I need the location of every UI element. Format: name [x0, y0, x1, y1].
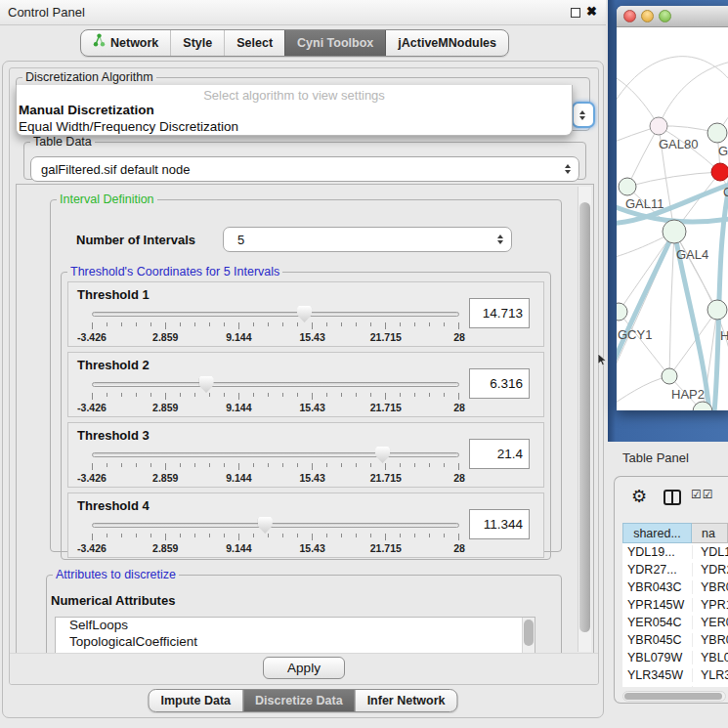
- tab-cyni-toolbox[interactable]: Cyni Toolbox: [284, 30, 385, 56]
- network-desktop: GAL80GACGAL11GAL4GCY1HHAP2: [608, 0, 728, 442]
- column-header-name[interactable]: na: [692, 523, 728, 543]
- numerical-attributes-heading: Numerical Attributes: [51, 593, 175, 608]
- slider-ticks: [92, 393, 459, 401]
- network-node-label: C: [723, 185, 728, 199]
- algorithm-dropdown-popup: Select algorithm to view settings Manual…: [16, 85, 573, 136]
- algorithm-combo[interactable]: [572, 102, 595, 128]
- tab-select-label: Select: [236, 30, 273, 57]
- gear-icon[interactable]: ⚙: [631, 486, 647, 507]
- table-row[interactable]: YDR27...YDR2: [622, 561, 728, 578]
- table-row[interactable]: YDL19...YDL1: [622, 543, 728, 561]
- settings-scrollpane: Interval Definition Number of Intervals …: [16, 184, 594, 655]
- threshold-1-value-field[interactable]: 14.713: [469, 298, 530, 328]
- cyni-toolbox-panel: Discretization Algorithm Select algorith…: [2, 61, 604, 718]
- table-data-combo[interactable]: galFiltered.sif default node: [30, 156, 579, 182]
- network-node[interactable]: [650, 117, 667, 135]
- network-node[interactable]: [707, 123, 727, 143]
- threshold-3-label: Threshold 3: [77, 428, 150, 443]
- tab-discretize-data[interactable]: Discretize Data: [242, 690, 355, 711]
- slider-thumb[interactable]: [258, 517, 273, 534]
- attribute-list-item[interactable]: TopologicalCoefficient: [56, 634, 535, 651]
- tab-style[interactable]: Style: [170, 30, 224, 56]
- network-node-label: GAL11: [625, 196, 664, 211]
- slider-track: [92, 312, 459, 317]
- table-panel-region: Table Panel ⚙ ☑☑ shared... na YDL19...YD…: [606, 442, 728, 728]
- threshold-2-label: Threshold 2: [77, 358, 150, 372]
- number-of-intervals-value: 5: [224, 233, 244, 247]
- network-icon: [93, 30, 106, 57]
- tab-impute-data-label: Impute Data: [160, 690, 231, 712]
- tab-discretize-data-label: Discretize Data: [255, 690, 343, 712]
- close-icon[interactable]: ✖: [586, 4, 597, 19]
- tab-select[interactable]: Select: [224, 30, 284, 56]
- table-row[interactable]: YBR045CYBR0: [622, 631, 728, 649]
- apply-button[interactable]: Apply: [263, 657, 345, 679]
- network-window[interactable]: GAL80GACGAL11GAL4GCY1HHAP2: [617, 6, 728, 410]
- network-canvas[interactable]: GAL80GACGAL11GAL4GCY1HHAP2: [617, 27, 728, 410]
- tab-impute-data[interactable]: Impute Data: [149, 690, 242, 711]
- threshold-1-slider[interactable]: -3.4262.8599.14415.4321.71528: [92, 306, 459, 345]
- network-node[interactable]: [711, 163, 728, 181]
- slider-thumb[interactable]: [297, 306, 312, 322]
- scrollbar-thumb[interactable]: [579, 202, 590, 632]
- table-row[interactable]: YER054CYER0: [622, 614, 728, 631]
- number-of-intervals-combo[interactable]: 5: [223, 227, 512, 252]
- threshold-3-slider[interactable]: -3.4262.8599.14415.4321.71528: [92, 447, 459, 486]
- network-node[interactable]: [707, 300, 727, 320]
- threshold-2-value-field[interactable]: 6.316: [469, 368, 530, 399]
- bottom-tab-bar: Impute Data Discretize Data Infer Networ…: [148, 689, 457, 712]
- network-node[interactable]: [619, 178, 636, 195]
- network-window-titlebar[interactable]: [617, 6, 728, 27]
- top-tab-bar: Network Style Select Cyni Toolbox jActiv…: [80, 29, 509, 57]
- close-traffic-light[interactable]: [623, 10, 636, 22]
- minimize-traffic-light[interactable]: [641, 10, 654, 22]
- threshold-4-slider[interactable]: -3.4262.8599.14415.4321.71528: [92, 517, 459, 556]
- slider-thumb[interactable]: [199, 376, 214, 393]
- slider-scale-labels: -3.4262.8599.14415.4321.71528: [92, 542, 459, 554]
- table-row[interactable]: YLR345WYLR3: [622, 666, 728, 684]
- threshold-4-value-field[interactable]: 11.344: [469, 509, 530, 539]
- mouse-cursor: [598, 354, 608, 366]
- slider-scale-labels: -3.4262.8599.14415.4321.71528: [92, 472, 459, 484]
- dropdown-option-equal-width[interactable]: Equal Width/Frequency Discretization: [17, 118, 572, 135]
- slider-thumb[interactable]: [375, 447, 390, 463]
- slider-track: [92, 382, 459, 387]
- column-header-shared-name[interactable]: shared...: [622, 523, 692, 543]
- tab-network-label: Network: [110, 30, 158, 57]
- table-row[interactable]: YBR043CYBR0: [622, 578, 728, 596]
- tab-style-label: Style: [183, 30, 212, 57]
- tab-network[interactable]: Network: [81, 30, 170, 56]
- settings-vertical-scrollbar[interactable]: [578, 187, 591, 652]
- tab-infer-network[interactable]: Infer Network: [355, 690, 457, 711]
- threshold-2-slider[interactable]: -3.4262.8599.14415.4321.71528: [92, 376, 459, 415]
- network-node-label: GAL80: [659, 137, 698, 151]
- numerical-attributes-list[interactable]: SelfLoopsTopologicalCoefficientBetweenne…: [55, 617, 535, 655]
- scrollbar-thumb[interactable]: [524, 620, 534, 646]
- table-row[interactable]: YIL052CYIL0: [622, 684, 728, 687]
- scrollbar-thumb[interactable]: [624, 693, 722, 700]
- interval-definition-title: Interval Definition: [57, 193, 157, 206]
- checkbox-icons[interactable]: ☑☑: [691, 488, 714, 501]
- threshold-3-box: Threshold 3 -3.4262.8599.14415.4321.7152…: [67, 422, 544, 488]
- threshold-3-value-field[interactable]: 21.4: [469, 439, 530, 469]
- attributes-list-scrollbar[interactable]: [522, 618, 535, 655]
- tab-cyni-toolbox-label: Cyni Toolbox: [297, 30, 373, 57]
- zoom-traffic-light[interactable]: [659, 10, 671, 22]
- attribute-list-item[interactable]: SelfLoops: [56, 618, 535, 634]
- table-horizontal-scrollbar[interactable]: [622, 691, 726, 702]
- dropdown-option-manual-discretization[interactable]: Manual Discretization: [17, 102, 572, 118]
- panel-title: Control Panel: [8, 0, 85, 24]
- network-node[interactable]: [662, 368, 677, 384]
- network-node[interactable]: [617, 303, 627, 321]
- table-panel-box: ⚙ ☑☑ shared... na YDL19...YDL1YDR27...YD…: [614, 476, 728, 704]
- network-node[interactable]: [663, 220, 686, 243]
- combo-arrows-icon: [497, 235, 503, 244]
- table-row[interactable]: YBL079WYBL0: [622, 649, 728, 666]
- tab-jactivemnodules[interactable]: jActiveMNodules: [385, 30, 508, 56]
- table-data-title: Table Data: [30, 135, 95, 149]
- table-panel-title: Table Panel: [622, 450, 689, 465]
- table-row[interactable]: YPR145WYPR1: [622, 596, 728, 614]
- column-layout-icon[interactable]: [664, 490, 681, 505]
- slider-track: [92, 452, 459, 457]
- float-window-icon[interactable]: [571, 8, 580, 18]
